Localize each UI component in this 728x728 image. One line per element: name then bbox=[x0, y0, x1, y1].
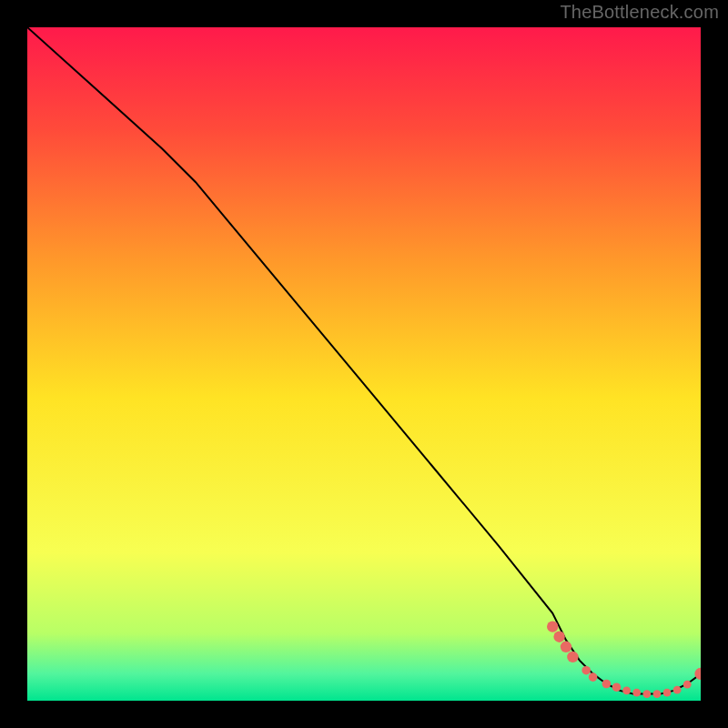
bottleneck-chart bbox=[27, 27, 701, 701]
marker-point bbox=[567, 652, 578, 662]
plot-area bbox=[27, 27, 701, 701]
marker-point bbox=[632, 689, 641, 697]
marker-point bbox=[602, 680, 612, 689]
marker-point bbox=[589, 672, 598, 682]
marker-point bbox=[622, 687, 631, 695]
marker-point bbox=[653, 690, 662, 698]
marker-point bbox=[553, 632, 564, 642]
watermark-label: TheBottleneck.com bbox=[560, 2, 719, 23]
marker-point bbox=[683, 681, 692, 689]
chart-root: TheBottleneck.com bbox=[0, 0, 728, 728]
marker-point bbox=[673, 686, 682, 694]
marker-point bbox=[663, 689, 672, 697]
marker-point bbox=[612, 682, 622, 692]
marker-point bbox=[561, 642, 571, 652]
marker-point bbox=[581, 666, 591, 675]
marker-point bbox=[547, 621, 558, 632]
gradient-background bbox=[27, 27, 701, 701]
marker-point bbox=[642, 690, 651, 698]
